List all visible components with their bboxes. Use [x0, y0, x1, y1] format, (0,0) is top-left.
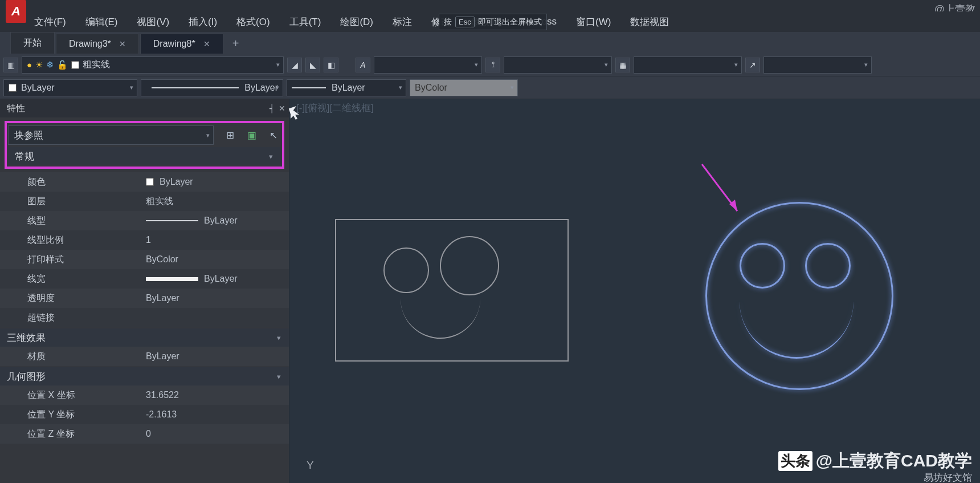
watermark-sub: 易坊好文馆 — [924, 471, 972, 483]
section-geometry[interactable]: 几何图形 ▾ — [0, 367, 289, 385]
menu-window[interactable]: 窗口(W) — [576, 15, 611, 29]
linetype-dropdown[interactable]: ByLayer ▾ — [141, 79, 283, 96]
mleader-button[interactable]: ↗ — [745, 58, 760, 72]
prop-hyperlink-label: 超链接 — [0, 312, 142, 324]
lineweight-value: ByLayer — [332, 83, 365, 93]
prop-layer-label: 图层 — [0, 196, 142, 208]
prop-lw-label: 线宽 — [0, 273, 142, 285]
menu-edit[interactable]: 编辑(E) — [85, 15, 118, 29]
close-icon[interactable]: ✕ — [279, 104, 285, 113]
toolbar-row-2: ByLayer ▾ ByLayer ▾ ByLayer ▾ ByColor ▾ — [0, 76, 980, 99]
tablestyle-button[interactable]: ▦ — [615, 58, 630, 72]
selection-type-dropdown[interactable]: 块参照 ▾ — [8, 125, 214, 145]
freeze-icon: ❄ — [46, 59, 54, 70]
color-swatch-icon — [9, 84, 17, 92]
prop-lw-value[interactable]: ByLayer — [142, 274, 289, 284]
textstyle-dropdown[interactable]: ▾ — [374, 56, 482, 74]
line-sample-icon — [152, 87, 239, 88]
menu-dataview[interactable]: 数据视图 — [630, 15, 669, 29]
lineweight-dropdown[interactable]: ByLayer ▾ — [287, 79, 406, 96]
mleader-dropdown[interactable]: ▾ — [763, 56, 872, 74]
menu-draw[interactable]: 绘图(D) — [340, 15, 373, 29]
prop-posx-value[interactable]: 31.6522 — [142, 390, 289, 400]
color-swatch-icon — [146, 178, 154, 186]
prop-color-label: 颜色 — [0, 176, 142, 188]
section-title: 三维效果 — [7, 331, 46, 344]
prop-posy-value[interactable]: -2.1613 — [142, 409, 289, 420]
tablestyle-dropdown[interactable]: ▾ — [634, 56, 742, 74]
color-dropdown[interactable]: ByLayer ▾ — [3, 79, 137, 96]
properties-panel: 特性 ┥ ✕ 块参照 ▾ ⊞ ▣ ↖ 常规 ▾ — [0, 99, 289, 483]
dimstyle-dropdown[interactable]: ▾ — [504, 56, 612, 74]
drawing-face-eye-right — [805, 243, 851, 289]
esc-key-icon: Esc — [455, 17, 475, 27]
layer-dropdown[interactable]: ● ☀ ❄ 🔓 粗实线 ▾ — [22, 56, 284, 74]
prop-linetype-value[interactable]: ByLayer — [142, 216, 289, 226]
quickselect-icon[interactable]: ⊞ — [223, 128, 238, 143]
tab-drawing3[interactable]: Drawing3*✕ — [56, 34, 139, 54]
chevron-down-icon: ▾ — [206, 132, 210, 139]
tab-drawing8[interactable]: Drawing8*✕ — [140, 34, 223, 54]
layer-state-button[interactable]: ◢ — [287, 58, 302, 72]
chevron-down-icon: ▾ — [277, 334, 281, 342]
section-general[interactable]: 常规 ▾ — [8, 147, 281, 165]
section-title: 几何图形 — [7, 370, 46, 383]
plotstyle-value: ByColor — [415, 83, 447, 93]
props-general: 颜色ByLayer 图层粗实线 线型ByLayer 线型比例1 打印样式ByCo… — [0, 172, 289, 327]
panel-title: 特性 ┥ ✕ — [0, 99, 289, 117]
menu-insert[interactable]: 插入(I) — [189, 15, 217, 29]
viewport-label[interactable]: [-][俯视][二维线框] — [296, 102, 374, 115]
pickadd-icon[interactable]: ▣ — [244, 128, 259, 143]
prop-ltscale-value[interactable]: 1 — [142, 235, 289, 245]
chevron-down-icon: ▾ — [605, 61, 608, 68]
prop-layer-value[interactable]: 粗实线 — [142, 196, 289, 208]
menu-dimension[interactable]: 标注 — [393, 15, 412, 29]
text-style-button[interactable]: A — [356, 58, 370, 72]
prop-transparency-label: 透明度 — [0, 293, 142, 305]
toutiao-logo: 头条 — [778, 451, 812, 471]
select-objects-icon[interactable]: ↖ — [266, 128, 281, 143]
menu-file[interactable]: 文件(F) — [34, 15, 66, 29]
selection-highlight: 块参照 ▾ ⊞ ▣ ↖ 常规 ▾ — [5, 121, 284, 169]
tab-label: Drawing8* — [153, 39, 195, 49]
esc-suffix: 即可退出全屏模式 — [478, 17, 542, 27]
layer-properties-button[interactable]: ▥ — [3, 58, 18, 72]
pin-icon[interactable]: ┥ — [270, 104, 274, 113]
lw-sample-icon — [146, 277, 198, 281]
drawing-canvas[interactable]: [-][俯视][二维线框] Y 头条 @上壹教育CAD教学 易坊好文馆 — [289, 99, 980, 483]
prop-material-value[interactable]: ByLayer — [142, 351, 289, 362]
app-logo: A — [6, 0, 26, 23]
new-tab-button[interactable]: + — [224, 34, 247, 54]
prop-posz-label: 位置 Z 坐标 — [0, 428, 142, 440]
tab-start[interactable]: 开始 — [10, 32, 55, 54]
prop-linetype-label: 线型 — [0, 215, 142, 227]
color-swatch-icon — [71, 61, 79, 69]
prop-color-value[interactable]: ByLayer — [142, 177, 289, 187]
color-value: ByLayer — [21, 83, 55, 93]
chevron-down-icon: ▾ — [399, 84, 402, 91]
menu-bar: 文件(F) 编辑(E) 视图(V) 插入(I) 格式(O) 工具(T) 绘图(D… — [0, 11, 980, 32]
dimstyle-button[interactable]: ⟟ — [485, 58, 500, 72]
tab-label: Drawing3* — [69, 39, 111, 49]
toolbar-row-1: ▥ ● ☀ ❄ 🔓 粗实线 ▾ ◢ ◣ ◧ A ▾ ⟟ ▾ ▦ ▾ ↗ ▾ — [0, 54, 980, 76]
chevron-down-icon: ▾ — [475, 61, 478, 68]
menu-format[interactable]: 格式(O) — [236, 15, 270, 29]
esc-prefix: 按 — [444, 17, 452, 27]
layer-prev-button[interactable]: ◣ — [305, 58, 320, 72]
layer-match-button[interactable]: ◧ — [324, 58, 338, 72]
prop-plotstyle-value[interactable]: ByColor — [142, 254, 289, 265]
close-icon[interactable]: ✕ — [119, 39, 126, 48]
linetype-value: ByLayer — [244, 83, 278, 93]
plotstyle-dropdown[interactable]: ByColor ▾ — [410, 79, 518, 96]
prop-posy-label: 位置 Y 坐标 — [0, 409, 142, 421]
chevron-down-icon: ▾ — [276, 61, 280, 68]
prop-transparency-value[interactable]: ByLayer — [142, 293, 289, 303]
chevron-down-icon: ▾ — [734, 61, 738, 68]
drawing-circle-left-eye — [383, 247, 429, 293]
esc-fullscreen-banner: 按 Esc 即可退出全屏模式 — [439, 14, 547, 30]
section-3d[interactable]: 三维效果 ▾ — [0, 328, 289, 347]
prop-posz-value[interactable]: 0 — [142, 429, 289, 439]
menu-tools[interactable]: 工具(T) — [289, 15, 321, 29]
close-icon[interactable]: ✕ — [203, 39, 210, 48]
menu-view[interactable]: 视图(V) — [137, 15, 169, 29]
